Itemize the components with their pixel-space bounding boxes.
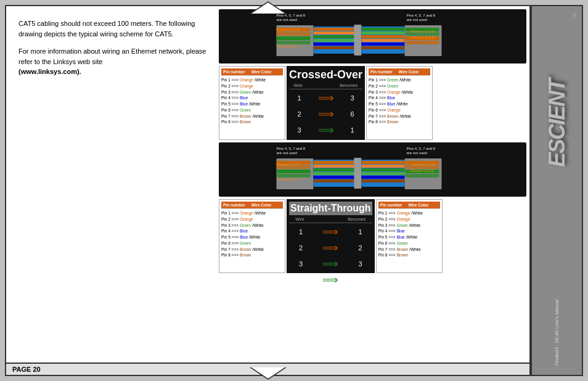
svg-rect-17 — [354, 25, 362, 55]
content-body: CAT5 cabling should not exceed 100 meter… — [6, 6, 529, 363]
main-content: CAT5 cabling should not exceed 100 meter… — [5, 5, 531, 376]
svg-text:are not used: are not used — [277, 151, 297, 155]
svg-rect-50 — [314, 179, 357, 182]
svg-rect-51 — [354, 158, 362, 189]
bottom-cable-section: Pins 4, 5, 7 and 8 are not used Receive … — [219, 142, 526, 197]
svg-text:→ Receive (3 & 6): → Receive (3 & 6) — [407, 169, 435, 173]
crossed-over-section: Pin number Wire Color Pin 1 ==> Orange/W… — [219, 66, 526, 140]
svg-rect-23 — [362, 43, 405, 46]
straight-through-center: Straight-Through Wire Becomes 1 ⟹ 1 — [287, 199, 375, 273]
svg-text:are not used: are not used — [277, 18, 297, 22]
svg-text:→ Transmit (3 & 6): → Transmit (3 & 6) — [407, 36, 435, 39]
straight-through-left-pins: Pin number Wire Color Pin 1 ==> Orange/W… — [219, 199, 285, 273]
svg-rect-55 — [362, 168, 405, 171]
svg-rect-19 — [362, 28, 405, 31]
straight-through-right-pins: Pin number Wire Color Pin 1 ==> Orange/W… — [376, 199, 443, 273]
right-sidebar: ® ESCIENT FireBall™ SE-80 User's Manual — [531, 5, 583, 376]
top-triangle-decoration — [250, 1, 287, 14]
svg-rect-54 — [362, 165, 405, 168]
svg-rect-6 — [277, 36, 311, 40]
svg-text:Pins 4, 5, 7 and 8: Pins 4, 5, 7 and 8 — [407, 147, 436, 150]
crossed-over-center: Crossed-Over Wire Becomes 1 ⟹ 3 2 — [287, 66, 365, 140]
bottom-cable-diagram: Pins 4, 5, 7 and 8 are not used Receive … — [219, 142, 526, 197]
crossed-over-right-pins: Pin number Wire Color Pin 1 ==> Green/Wh… — [366, 66, 433, 140]
svg-text:Pins 4, 5, 7 and 8: Pins 4, 5, 7 and 8 — [277, 14, 306, 17]
svg-text:are not used: are not used — [407, 18, 427, 22]
svg-rect-46 — [314, 165, 357, 168]
bottom-triangle-decoration — [250, 367, 287, 380]
svg-text:Receive (3 & 6): Receive (3 & 6) — [277, 163, 300, 166]
brand-logo: ESCIENT — [544, 80, 570, 167]
right-panel: Pins 4, 5, 7 and 8 are not used Receive … — [216, 6, 529, 363]
svg-rect-56 — [362, 172, 405, 175]
svg-text:→ Transmit (1 & 2): → Transmit (1 & 2) — [407, 163, 435, 166]
linksys-link[interactable]: (www.linksys.com). — [18, 68, 81, 75]
svg-text:→ Receive (1 & 2): → Receive (1 & 2) — [407, 30, 435, 33]
top-cable-diagram: Pins 4, 5, 7 and 8 are not used Receive … — [219, 9, 526, 63]
svg-rect-47 — [314, 168, 357, 171]
svg-rect-58 — [362, 179, 405, 182]
svg-rect-5 — [277, 32, 311, 36]
svg-rect-13 — [314, 35, 357, 38]
svg-rect-12 — [314, 31, 357, 35]
svg-rect-40 — [277, 170, 311, 173]
svg-rect-45 — [314, 161, 357, 164]
svg-text:are not used: are not used — [407, 151, 427, 155]
svg-rect-15 — [314, 43, 357, 46]
paragraph-info: For more information about wiring an Eth… — [18, 46, 206, 77]
svg-text:Pins 4, 5, 7 and 8: Pins 4, 5, 7 and 8 — [407, 14, 436, 17]
manual-title: FireBall™ SE-80 User's Manual — [554, 300, 560, 366]
page-number: PAGE 20 — [12, 366, 41, 373]
crossed-over-title: Crossed-Over — [289, 68, 362, 81]
svg-rect-53 — [362, 161, 405, 164]
crossed-over-left-pins: Pin number Wire Color Pin 1 ==> Orange/W… — [219, 66, 285, 140]
svg-rect-29 — [406, 41, 439, 44]
top-cable-section: Pins 4, 5, 7 and 8 are not used Receive … — [219, 9, 526, 63]
svg-rect-11 — [314, 28, 357, 31]
svg-rect-57 — [362, 176, 405, 179]
svg-text:Transmit (1 & 2): Transmit (1 & 2) — [277, 44, 301, 48]
straight-through-title: Straight-Through — [289, 202, 372, 215]
svg-rect-48 — [314, 172, 357, 175]
registered-mark: ® — [573, 12, 577, 19]
svg-text:Receive (3 & 6): Receive (3 & 6) — [277, 28, 300, 31]
svg-rect-16 — [314, 46, 357, 49]
svg-rect-63 — [406, 174, 439, 178]
svg-text:Pins 4, 5, 7 and 8: Pins 4, 5, 7 and 8 — [277, 147, 306, 150]
svg-rect-14 — [314, 39, 357, 42]
straight-through-section: Pin number Wire Color Pin 1 ==> Orange/W… — [219, 199, 526, 273]
svg-rect-49 — [314, 176, 357, 179]
svg-rect-20 — [362, 31, 405, 35]
svg-rect-21 — [362, 35, 405, 38]
svg-rect-22 — [362, 39, 405, 42]
page-container: CAT5 cabling should not exceed 100 meter… — [0, 0, 588, 381]
svg-rect-24 — [362, 46, 405, 49]
svg-text:Transmit (1 & 2): Transmit (1 & 2) — [277, 178, 301, 181]
paragraph-cat5: CAT5 cabling should not exceed 100 meter… — [18, 18, 206, 39]
left-panel: CAT5 cabling should not exceed 100 meter… — [6, 6, 216, 363]
